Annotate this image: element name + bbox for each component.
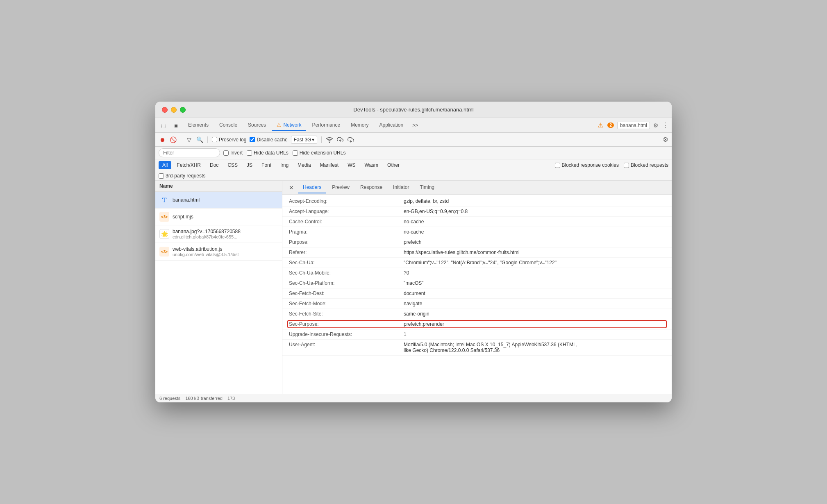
tab-memory[interactable]: Memory [346, 120, 373, 131]
preserve-log-input[interactable] [212, 137, 217, 142]
header-value: no-cache [404, 219, 665, 225]
header-row-sec-purpose: Sec-Purpose: prefetch;prerender [282, 319, 672, 329]
header-name: Sec-Fetch-Mode: [289, 301, 404, 306]
cursor-icon[interactable]: ⬚ [159, 120, 168, 130]
list-item[interactable]: </> web-vitals.attribution.js unpkg.com/… [155, 243, 282, 261]
filter-other[interactable]: Other [384, 161, 403, 169]
tab-preview[interactable]: Preview [327, 182, 354, 193]
header-value: no-cache [404, 229, 665, 235]
window-title: DevTools - speculative-rules.glitch.me/b… [353, 107, 473, 113]
device-icon[interactable]: ▣ [171, 120, 181, 130]
blocked-response-cookies-input[interactable] [555, 163, 560, 168]
filter-bar: Invert Hide data URLs Hide extension URL… [155, 147, 672, 159]
list-item[interactable]: </> script.mjs [155, 209, 282, 225]
file-name: web-vitals.attribution.js [173, 246, 239, 252]
filter-js[interactable]: JS [243, 161, 256, 169]
file-name: script.mjs [173, 214, 193, 220]
tab-elements[interactable]: Elements [183, 120, 214, 131]
additional-size: 173 [227, 396, 235, 401]
hide-data-urls-input[interactable] [247, 150, 252, 156]
preserve-log-checkbox[interactable]: Preserve log [212, 137, 246, 143]
header-name: User-Agent: [289, 342, 404, 353]
detail-tab-bar: ✕ Headers Preview Response Initiator Tim… [282, 181, 672, 195]
header-name: Pragma: [289, 229, 404, 235]
header-row-sec-fetch-site: Sec-Fetch-Site: same-origin [282, 309, 672, 319]
file-name: banana.html [173, 197, 200, 203]
status-bar: 6 requests 160 kB transferred 173 [155, 394, 672, 402]
devtools-window: DevTools - speculative-rules.glitch.me/b… [155, 102, 672, 402]
warning-badge-icon: ⚠ [598, 121, 603, 129]
disable-cache-input[interactable] [250, 137, 255, 142]
invert-checkbox[interactable]: Invert [223, 150, 243, 156]
filter-font[interactable]: Font [258, 161, 275, 169]
tab-headers[interactable]: Headers [298, 182, 326, 193]
maximize-button[interactable] [180, 107, 186, 113]
tabs-overflow-button[interactable]: >> [409, 121, 421, 130]
header-row-pragma: Pragma: no-cache [282, 227, 672, 237]
third-party-checkbox[interactable]: 3rd-party requests [159, 173, 668, 179]
filter-wasm[interactable]: Wasm [361, 161, 382, 169]
file-info: banana.jpg?v=1705668720588 cdn.glitch.gl… [173, 229, 241, 239]
clear-button[interactable]: 🚫 [169, 136, 177, 143]
header-name: Purpose: [289, 239, 404, 245]
detail-panel: ✕ Headers Preview Response Initiator Tim… [282, 181, 672, 394]
tab-application[interactable]: Application [375, 120, 409, 131]
filter-icon[interactable]: ▽ [185, 136, 193, 143]
header-row-sec-fetch-mode: Sec-Fetch-Mode: navigate [282, 299, 672, 309]
filter-fetch-xhr[interactable]: Fetch/XHR [173, 161, 204, 169]
hide-data-urls-checkbox[interactable]: Hide data URLs [247, 150, 289, 156]
filter-css[interactable]: CSS [224, 161, 241, 169]
tab-response[interactable]: Response [355, 182, 387, 193]
filter-img[interactable]: Img [277, 161, 292, 169]
hide-ext-urls-checkbox[interactable]: Hide extension URLs [293, 150, 346, 156]
header-value: prefetch [404, 239, 665, 245]
invert-input[interactable] [223, 150, 229, 156]
blocked-response-cookies-checkbox[interactable]: Blocked response cookies [555, 162, 619, 168]
stop-recording-button[interactable]: ⏺ [159, 136, 166, 143]
file-url: unpkg.com/web-vitals@3.5.1/dist [173, 252, 239, 257]
blocked-requests-input[interactable] [624, 163, 629, 168]
tab-console[interactable]: Console [214, 120, 242, 131]
header-name: Cache-Control: [289, 219, 404, 225]
requests-count: 6 requests [159, 396, 180, 401]
disable-cache-checkbox[interactable]: Disable cache [250, 137, 287, 143]
tab-network[interactable]: ⚠ Network [272, 120, 306, 131]
blocked-options: Blocked response cookies Blocked request… [555, 162, 668, 168]
third-party-input[interactable] [159, 173, 164, 179]
header-value: gzip, deflate, br, zstd [404, 198, 665, 204]
warning-count: 2 [607, 123, 614, 128]
header-row-accept-language: Accept-Language: en-GB,en-US;q=0.9,en;q=… [282, 207, 672, 217]
upload-icon[interactable] [336, 136, 344, 143]
minimize-button[interactable] [171, 107, 177, 113]
header-row-upgrade-insecure: Upgrade-Insecure-Requests: 1 [282, 329, 672, 340]
filter-input[interactable] [159, 148, 220, 157]
wifi-icon[interactable] [326, 136, 333, 143]
settings-icon[interactable]: ⚙ [653, 122, 659, 129]
tab-timing[interactable]: Timing [415, 182, 439, 193]
more-icon[interactable]: ⋮ [662, 121, 668, 129]
hide-ext-urls-input[interactable] [293, 150, 298, 156]
throttle-selector[interactable]: Fast 3G ▾ [291, 136, 318, 144]
filter-ws[interactable]: WS [344, 161, 359, 169]
search-icon[interactable]: 🔍 [196, 136, 203, 143]
page-selector[interactable]: banana.html [617, 122, 650, 129]
header-name: Sec-Ch-Ua-Platform: [289, 280, 404, 286]
close-button[interactable] [162, 107, 168, 113]
file-icon-img: 🌟 [159, 229, 169, 239]
list-item[interactable]: banana.html [155, 192, 282, 209]
tab-sources[interactable]: Sources [243, 120, 271, 131]
filter-all[interactable]: All [159, 161, 171, 169]
filter-media[interactable]: Media [294, 161, 315, 169]
filter-doc[interactable]: Doc [206, 161, 222, 169]
tab-initiator[interactable]: Initiator [388, 182, 414, 193]
warning-icon: ⚠ [277, 122, 281, 128]
list-item[interactable]: 🌟 banana.jpg?v=1705668720588 cdn.glitch.… [155, 225, 282, 243]
tab-performance[interactable]: Performance [307, 120, 345, 131]
close-detail-button[interactable]: ✕ [286, 183, 297, 193]
filter-manifest[interactable]: Manifest [316, 161, 342, 169]
download-icon[interactable] [347, 136, 354, 143]
header-value: Mozilla/5.0 (Macintosh; Intel Mac OS X 1… [404, 342, 665, 353]
header-value: "macOS" [404, 280, 665, 286]
network-settings-icon[interactable]: ⚙ [663, 136, 668, 143]
blocked-requests-checkbox[interactable]: Blocked requests [624, 162, 668, 168]
